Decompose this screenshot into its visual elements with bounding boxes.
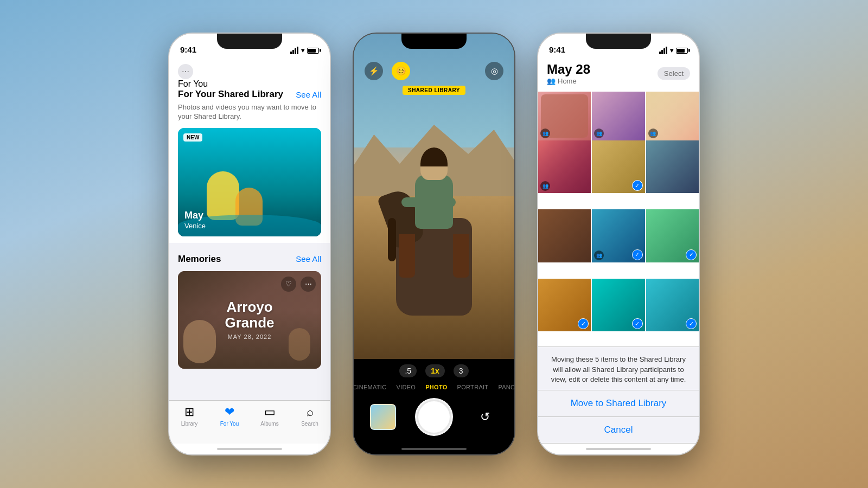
shared-icon-top-1: 👥 xyxy=(540,129,550,138)
shutter-row: ↺ xyxy=(354,398,514,445)
albums-icon: ▭ xyxy=(264,405,276,419)
time-1: 9:41 xyxy=(180,45,196,54)
tab-for-you[interactable]: ❤ For You xyxy=(209,405,250,427)
bottom-sheet: Moving these 5 items to the Shared Libra… xyxy=(538,346,699,444)
move-to-shared-library-button[interactable]: Move to Shared Library xyxy=(538,390,699,417)
memory-title: Arroyo Grande xyxy=(225,299,274,330)
zoom-controls: .5 1x 3 xyxy=(354,364,514,377)
notch-3 xyxy=(586,34,651,49)
memories-title: Memories xyxy=(178,254,221,265)
phone1-scroll-content: ⋯ For You For Your Shared Library See Al… xyxy=(169,57,330,400)
notch-2 xyxy=(401,34,467,49)
photo-grid-header: May 28 👥 Home Select xyxy=(538,57,699,92)
phone-1: 9:41 ▾ xyxy=(168,33,331,455)
grid-cell-7[interactable]: ✓ xyxy=(538,279,591,331)
memories-see-all[interactable]: See All xyxy=(296,254,321,264)
home-people-icon: 👥 xyxy=(547,77,556,85)
grid-cell-1[interactable]: 👥 xyxy=(538,140,591,193)
for-you-icon: ❤ xyxy=(225,405,234,419)
select-check-6: ✓ xyxy=(686,249,697,260)
signal-icon-3 xyxy=(659,47,667,54)
grid-cell-8[interactable]: ✓ xyxy=(592,279,644,331)
status-icons-3: ▾ xyxy=(659,47,688,54)
mode-photo[interactable]: PHOTO xyxy=(425,384,447,390)
status-icons-1: ▾ xyxy=(290,47,319,54)
tab-search-label: Search xyxy=(301,421,318,427)
grid-top-cell-2[interactable]: 👥 xyxy=(592,92,644,140)
select-check-5: ✓ xyxy=(632,249,643,260)
mode-video[interactable]: VIDEO xyxy=(396,384,416,390)
library-icon: ⊞ xyxy=(184,405,194,419)
grid-cell-2[interactable]: ✓ xyxy=(592,140,644,193)
shared-library-desc: Photos and videos you may want to move t… xyxy=(178,103,321,121)
photo-grid-top-row: 👥 👥 👥 xyxy=(538,92,699,140)
wifi-icon-3: ▾ xyxy=(670,47,673,54)
mode-cinematic[interactable]: CINEMATIC xyxy=(354,384,386,390)
tab-search[interactable]: ⌕ Search xyxy=(290,405,330,427)
memory-date: MAY 28, 2022 xyxy=(228,333,272,340)
cancel-button[interactable]: Cancel xyxy=(538,417,699,444)
camera-mode-strip: CINEMATIC VIDEO PHOTO PORTRAIT PANO xyxy=(354,384,514,390)
signal-icon-1 xyxy=(290,47,298,54)
memories-card[interactable]: ♡ ⋯ Arroyo Grande MAY 28, 2022 xyxy=(178,271,321,369)
page-header-dots: ⋯ xyxy=(178,64,321,79)
tab-for-you-label: For You xyxy=(220,421,239,427)
shutter-button[interactable] xyxy=(415,398,453,436)
memories-section: ♡ ⋯ Arroyo Grande MAY 28, 2022 xyxy=(169,271,330,377)
grid-cell-6[interactable]: ✓ xyxy=(646,209,699,262)
shared-library-photo-card[interactable]: NEW May Venice xyxy=(178,128,321,236)
zoom-3x-button[interactable]: 3 xyxy=(454,364,469,377)
grid-cell-5[interactable]: 👥 ✓ xyxy=(592,209,644,262)
tab-bar: ⊞ Library ❤ For You ▭ Albums ⌕ Search xyxy=(169,400,330,444)
home-indicator-1 xyxy=(217,448,282,450)
zoom-05-button[interactable]: .5 xyxy=(399,364,417,377)
select-button[interactable]: Select xyxy=(658,67,690,80)
home-indicator-2 xyxy=(401,448,467,450)
page-title: For You xyxy=(178,79,321,89)
grid-top-cell-3[interactable]: 👥 xyxy=(646,92,699,140)
photo-label-sub: Venice xyxy=(184,222,206,230)
grid-cell-4[interactable] xyxy=(538,209,591,262)
battery-icon-1 xyxy=(307,48,319,54)
horse-rider xyxy=(385,164,483,316)
grid-cell-3[interactable] xyxy=(646,140,699,193)
photo-label-main: May xyxy=(184,210,206,221)
shared-icon-top-3: 👥 xyxy=(648,129,658,138)
home-indicator-3 xyxy=(586,448,651,450)
settings-button[interactable]: ◎ xyxy=(485,62,503,80)
grid-date: May 28 xyxy=(547,62,590,77)
bottom-sheet-message: Moving these 5 items to the Shared Libra… xyxy=(538,347,699,390)
tab-albums[interactable]: ▭ Albums xyxy=(250,405,290,427)
flip-camera-button[interactable]: ↺ xyxy=(472,404,498,430)
time-3: 9:41 xyxy=(549,45,565,54)
tab-library-label: Library xyxy=(181,421,198,427)
wifi-icon-1: ▾ xyxy=(301,47,304,54)
phone-2: ⚡ 😊 ⌃ ◎ SHARED LIBRARY xyxy=(353,33,515,455)
photo-grid: 👥 ✓ 👥 ✓ ✓ xyxy=(538,140,699,346)
shared-library-title: For Your Shared Library xyxy=(178,89,283,100)
shared-library-section-header: For Your Shared Library See All xyxy=(178,89,321,100)
phone3-screen: 9:41 ▾ May 28 xyxy=(538,34,699,454)
phone-3: 9:41 ▾ May 28 xyxy=(537,33,700,455)
shared-library-see-all[interactable]: See All xyxy=(296,90,321,99)
camera-bottom-controls: .5 1x 3 CINEMATIC VIDEO PHOTO PORTRAIT P… xyxy=(354,359,514,454)
notch-1 xyxy=(217,34,282,49)
mode-portrait[interactable]: PORTRAIT xyxy=(457,384,489,390)
memory-overlay: Arroyo Grande MAY 28, 2022 xyxy=(178,271,321,369)
more-options-button[interactable]: ⋯ xyxy=(178,64,193,79)
camera-thumbnail[interactable] xyxy=(370,404,396,430)
grid-cell-9[interactable]: ✓ xyxy=(646,279,699,331)
tab-library[interactable]: ⊞ Library xyxy=(169,405,209,427)
shared-library-button[interactable]: 😊 xyxy=(392,62,410,80)
search-icon: ⌕ xyxy=(307,405,314,419)
new-badge: NEW xyxy=(183,133,202,142)
shared-library-badge: SHARED LIBRARY xyxy=(403,86,465,95)
memories-section-header: Memories See All xyxy=(169,247,330,271)
photo-label: May Venice xyxy=(184,210,206,230)
zoom-1x-button[interactable]: 1x xyxy=(425,364,445,377)
camera-viewfinder: ⚡ 😊 ⌃ ◎ SHARED LIBRARY xyxy=(354,34,514,359)
grid-top-cell-1[interactable]: 👥 xyxy=(538,92,591,140)
mode-pano[interactable]: PANO xyxy=(498,384,514,390)
grid-subtitle: 👥 Home xyxy=(547,77,590,85)
flash-button[interactable]: ⚡ xyxy=(365,62,383,80)
